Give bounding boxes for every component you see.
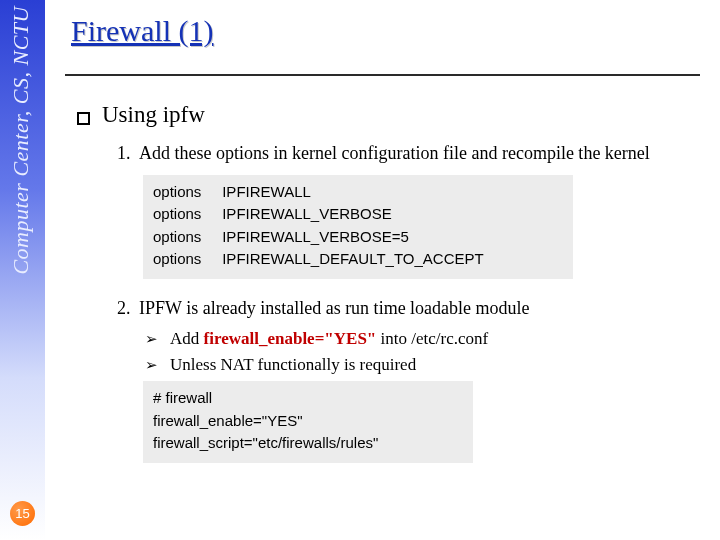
numbered-row-1: 1. Add these options in kernel configura… <box>117 142 700 165</box>
sub-bullet-2b: ➢ Unless NAT functionally is required <box>145 355 700 375</box>
numbered-row-2: 2. IPFW is already installed as run time… <box>117 297 700 320</box>
number-text-2: IPFW is already installed as run time lo… <box>139 297 700 320</box>
title-underline <box>65 74 700 76</box>
slide: Computer Center, CS, NCTU 15 Firewall (1… <box>0 0 720 540</box>
slide-title: Firewall (1) <box>71 14 700 48</box>
sub-2a-highlight: firewall_enable="YES" <box>204 329 377 348</box>
numbered-item-1: 1. Add these options in kernel configura… <box>117 142 700 165</box>
sub-2a-suffix: into /etc/rc.conf <box>376 329 488 348</box>
number-marker-1: 1. <box>117 143 139 164</box>
sub-2b-text: Unless NAT functionally is required <box>170 355 416 375</box>
bullet-main-text: Using ipfw <box>102 102 205 128</box>
code-block-rc-conf: # firewall firewall_enable="YES" firewal… <box>143 381 473 463</box>
numbered-item-2: 2. IPFW is already installed as run time… <box>117 297 700 320</box>
sub-2a-prefix: Add <box>170 329 204 348</box>
slide-number-badge: 15 <box>10 501 35 526</box>
number-text-1: Add these options in kernel configuratio… <box>139 142 700 165</box>
code-line: # firewall <box>153 387 463 410</box>
square-bullet-icon <box>77 112 90 125</box>
sidebar-org-text: Computer Center, CS, NCTU <box>8 6 34 275</box>
content-area: Firewall (1) Using ipfw 1. Add these opt… <box>65 14 700 530</box>
sidebar-gradient: Computer Center, CS, NCTU <box>0 0 45 540</box>
code-line: options IPFIREWALL_DEFAULT_TO_ACCEPT <box>153 248 563 271</box>
code-block-kernel-options: options IPFIREWALL options IPFIREWALL_VE… <box>143 175 573 279</box>
sub-bullet-2a: ➢ Add firewall_enable="YES" into /etc/rc… <box>145 329 700 349</box>
code-line: firewall_enable="YES" <box>153 410 463 433</box>
chevron-icon: ➢ <box>145 330 158 348</box>
chevron-icon: ➢ <box>145 356 158 374</box>
code-line: options IPFIREWALL_VERBOSE=5 <box>153 226 563 249</box>
code-line: firewall_script="etc/firewalls/rules" <box>153 432 463 455</box>
bullet-main-row: Using ipfw <box>77 102 700 128</box>
code-line: options IPFIREWALL_VERBOSE <box>153 203 563 226</box>
number-marker-2: 2. <box>117 298 139 319</box>
code-line: options IPFIREWALL <box>153 181 563 204</box>
